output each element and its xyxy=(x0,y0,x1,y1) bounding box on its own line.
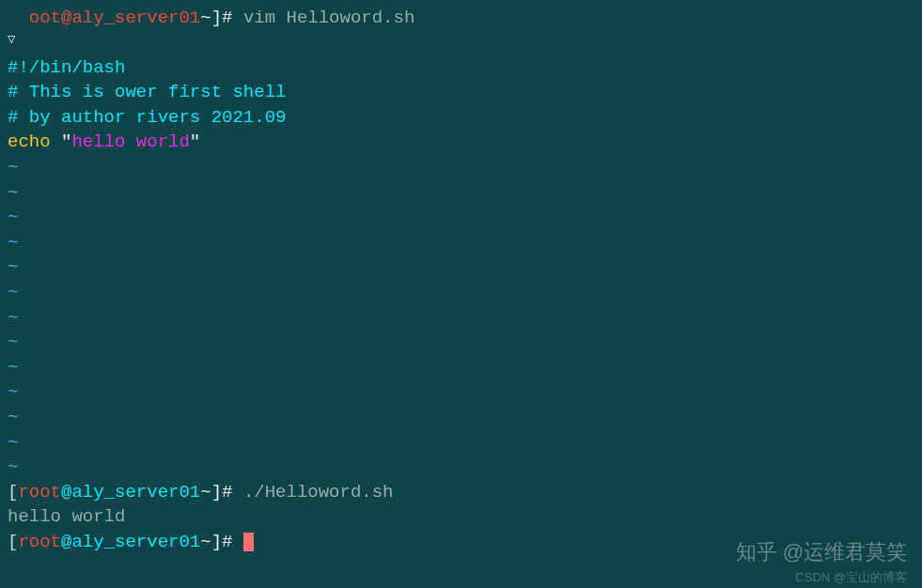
vim-empty-line: ~ xyxy=(8,230,914,255)
vim-empty-line: ~ xyxy=(8,255,914,280)
vim-empty-line: ~ xyxy=(8,430,914,456)
prompt-path: ~ xyxy=(200,532,211,552)
hostname: aly_server01 xyxy=(71,482,200,503)
script-shebang: #!/bin/bash xyxy=(8,55,914,81)
script-echo-line: echo "hello world" xyxy=(8,130,914,155)
prompt-line-1: oot@aly_server01~]# vim Helloword.sh xyxy=(8,6,914,31)
watermark-csdn: CSDN @宝山的博客 xyxy=(795,569,907,586)
prompt-end: ]# xyxy=(211,8,233,28)
vim-empty-line: ~ xyxy=(8,305,914,331)
bracket-open: [ xyxy=(8,532,18,552)
prompt-line-2: [root@aly_server01~]# ./Helloword.sh xyxy=(8,480,914,505)
at-sign: @ xyxy=(61,482,71,503)
user: root xyxy=(18,532,61,552)
echo-keyword: echo xyxy=(8,132,51,152)
bracket-open: [ xyxy=(8,482,18,503)
user-host: oot@aly_server01 xyxy=(29,8,200,28)
user: root xyxy=(18,482,61,503)
prompt-path: ~ xyxy=(200,482,211,503)
pre-space xyxy=(8,8,29,28)
vim-empty-line: ~ xyxy=(8,379,914,405)
prompt-path: ~ xyxy=(200,8,211,28)
watermark-zhihu: 知乎 @运维君莫笑 xyxy=(736,538,907,567)
at-sign: @ xyxy=(61,532,71,552)
vim-empty-line: ~ xyxy=(8,355,914,380)
echo-string: hello world xyxy=(71,132,189,152)
command-text: ./Helloword.sh xyxy=(243,482,394,503)
hostname: aly_server01 xyxy=(71,532,200,552)
vim-empty-line: ~ xyxy=(8,180,914,206)
vim-empty-line: ~ xyxy=(8,405,914,430)
vim-empty-line: ~ xyxy=(8,205,914,230)
script-comment-2: # by author rivers 2021.09 xyxy=(8,105,914,131)
quote-close: " xyxy=(190,132,200,152)
prompt-end: ]# xyxy=(211,532,243,552)
cursor xyxy=(243,533,254,551)
prompt-end: ]# xyxy=(211,482,233,503)
script-comment-1: # This is ower first shell xyxy=(8,80,914,105)
terminal-window[interactable]: oot@aly_server01~]# vim Helloword.sh ▽ #… xyxy=(8,6,914,554)
vim-empty-line: ~ xyxy=(8,155,914,180)
vim-continuation-marker: ▽ xyxy=(8,31,914,55)
vim-empty-line: ~ xyxy=(8,330,914,355)
command-output: hello world xyxy=(8,504,914,530)
vim-empty-line: ~ xyxy=(8,455,914,480)
quote-open: " xyxy=(51,132,72,152)
command-text: vim Helloword.sh xyxy=(243,8,414,28)
vim-empty-line: ~ xyxy=(8,280,914,305)
